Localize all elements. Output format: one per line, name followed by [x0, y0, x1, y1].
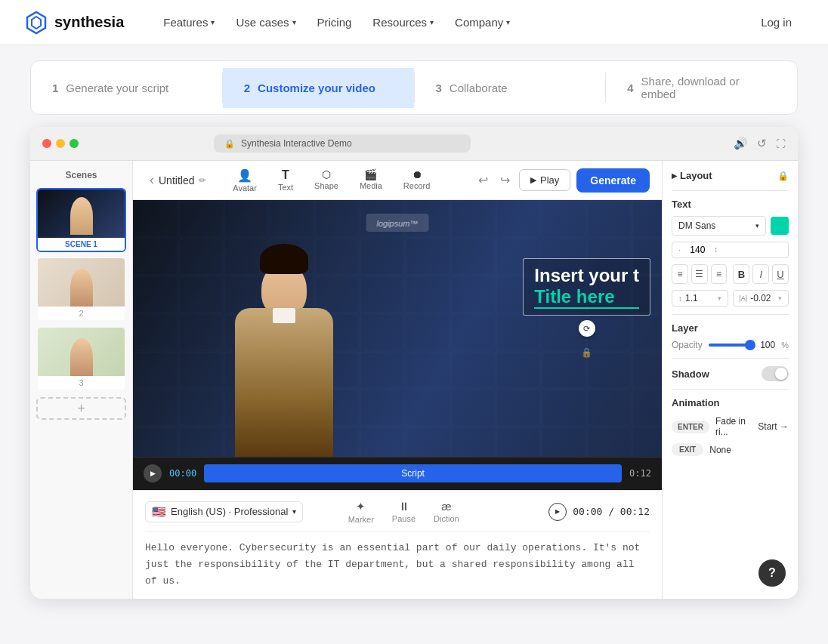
browser-dots — [42, 139, 79, 148]
browser-address-bar[interactable]: 🔒 Synthesia Interactive Demo — [214, 134, 471, 153]
shadow-toggle[interactable] — [762, 366, 789, 381]
italic-btn[interactable]: I — [752, 264, 769, 284]
text-overlay-line1: Insert your t — [534, 265, 639, 286]
scene-1-image — [38, 190, 125, 238]
timeline-start-time: 00:00 — [169, 468, 196, 479]
script-tools-row: ✦ Marker ⏸ Pause æ Diction — [348, 500, 459, 524]
avatar-label: Avatar — [233, 183, 257, 193]
script-play-button[interactable]: ▶ — [548, 503, 567, 521]
script-playback: ▶ 00:00 / 00:12 — [548, 503, 650, 521]
opacity-slider-thumb[interactable] — [745, 340, 755, 350]
letter-spacing-input-wrapper: |A| -0.02 ▾ — [733, 290, 789, 307]
enter-anim-value[interactable]: Fade in ri... — [715, 416, 752, 437]
step-3[interactable]: 3 Collaborate — [415, 68, 606, 108]
reload-icon[interactable]: ↺ — [757, 137, 767, 150]
align-center-btn[interactable]: ☰ — [691, 264, 708, 284]
letter-spacing-chevron: ▾ — [778, 294, 782, 302]
avatar-figure — [193, 200, 375, 457]
timeline-progress-bar[interactable]: Script — [204, 464, 622, 482]
fullscreen-icon[interactable]: ⛶ — [776, 138, 786, 149]
layer-section: Layer Opacity 100 % — [672, 322, 789, 350]
shape-label: Shape — [314, 181, 338, 190]
tool-shape[interactable]: ⬡ Shape — [307, 165, 346, 196]
nav-company[interactable]: Company ▾ — [446, 10, 519, 35]
layout-title: ▶ Layout — [672, 170, 712, 181]
bold-btn[interactable]: B — [733, 264, 749, 284]
step-4[interactable]: 4 Share, download or embed — [606, 61, 797, 114]
line-height-value: 1.1 — [685, 293, 698, 304]
step-3-label: Collaborate — [450, 82, 508, 94]
us-flag-icon: 🇺🇸 — [152, 505, 166, 519]
logo[interactable]: synthesia — [24, 11, 124, 35]
text-overlay[interactable]: Insert your t Title here ⟳ 🔒 — [523, 258, 650, 337]
center-content: ‹ Untitled ✏ 👤 Avatar T Text — [133, 161, 662, 599]
nav-features[interactable]: Features ▾ — [154, 10, 224, 35]
scenes-panel: Scenes SCENE 1 2 — [30, 161, 133, 599]
script-toolbar: 🇺🇸 English (US) · Professional ▾ ✦ Marke… — [145, 500, 650, 532]
align-right-btn[interactable]: ≡ — [711, 264, 728, 284]
font-selector[interactable]: DM Sans ▾ — [672, 216, 766, 236]
edit-title-icon[interactable]: ✏ — [199, 175, 206, 186]
address-text: Synthesia Interactive Demo — [241, 138, 352, 149]
align-left-btn[interactable]: ≡ — [672, 264, 688, 284]
pause-tool[interactable]: ⏸ Pause — [392, 500, 416, 524]
login-label: Log in — [761, 16, 792, 29]
line-height-icon: ↕ — [678, 294, 682, 303]
tool-avatar[interactable]: 👤 Avatar — [225, 165, 264, 196]
tool-record[interactable]: ⏺ Record — [396, 165, 437, 196]
text-lock-icon: 🔒 — [581, 347, 592, 358]
language-selector[interactable]: 🇺🇸 English (US) · Professional ▾ — [145, 501, 303, 522]
back-button[interactable]: ‹ — [145, 169, 159, 191]
scene-thumb-1[interactable]: SCENE 1 — [36, 188, 126, 252]
play-button[interactable]: ▶ Play — [519, 169, 570, 191]
nav-resources[interactable]: Resources ▾ — [363, 10, 443, 35]
step-1[interactable]: 1 Generate your script — [31, 68, 222, 108]
redo-button[interactable]: ↪ — [497, 170, 513, 190]
font-size-input[interactable] — [684, 245, 711, 255]
timeline-play-button[interactable]: ▶ — [144, 464, 162, 482]
nav-features-label: Features — [163, 16, 208, 29]
enter-timing-value[interactable]: Start → — [758, 421, 789, 432]
underline-btn[interactable]: U — [772, 264, 789, 284]
tool-media[interactable]: 🎬 Media — [352, 165, 390, 196]
pause-icon: ⏸ — [398, 500, 409, 513]
opacity-value: 100 — [760, 340, 775, 350]
marker-tool[interactable]: ✦ Marker — [348, 500, 374, 524]
scene-thumb-2[interactable]: 2 — [36, 257, 126, 322]
add-scene-button[interactable]: + — [36, 397, 126, 420]
enter-badge: ENTER — [672, 421, 709, 433]
timeline-end-time: 0:12 — [629, 468, 651, 479]
opacity-slider-track[interactable] — [709, 344, 755, 347]
help-button[interactable]: ? — [758, 559, 786, 587]
nav-login[interactable]: Log in — [749, 10, 804, 35]
nav-company-label: Company — [455, 16, 503, 29]
step-3-num: 3 — [436, 82, 442, 94]
nav-usecases[interactable]: Use cases ▾ — [227, 10, 304, 35]
opacity-percent: % — [781, 340, 789, 350]
font-size-up-icon[interactable]: ↕ — [714, 246, 718, 254]
script-text[interactable]: Hello everyone. Cybersecurity is an esse… — [145, 532, 650, 590]
color-swatch[interactable] — [771, 217, 789, 235]
diction-tool[interactable]: æ Diction — [434, 500, 459, 524]
layout-header[interactable]: ▶ Layout 🔒 — [672, 170, 789, 181]
logo-badge: logipsum™ — [366, 214, 428, 232]
nav-usecases-label: Use cases — [236, 16, 289, 29]
scene-thumb-3[interactable]: 3 — [36, 326, 126, 391]
demo-area: 🔒 Synthesia Interactive Demo 🔊 ↺ ⛶ Scene… — [0, 127, 828, 623]
toolbar-actions: ↩ ↪ ▶ Play Generate — [475, 168, 650, 193]
features-chevron-icon: ▾ — [211, 18, 215, 26]
rotate-handle[interactable]: ⟳ — [579, 320, 595, 337]
step-2[interactable]: 2 Customize your video — [223, 68, 414, 108]
undo-button[interactable]: ↩ — [475, 170, 491, 190]
generate-button[interactable]: Generate — [576, 168, 650, 193]
scene-2-label: 2 — [38, 307, 125, 320]
volume-icon[interactable]: 🔊 — [734, 137, 748, 150]
font-row: DM Sans ▾ — [672, 216, 789, 236]
logo-text: synthesia — [54, 14, 124, 31]
tool-text[interactable]: T Text — [270, 165, 301, 196]
record-icon: ⏺ — [412, 168, 422, 180]
browser-dot-green — [70, 139, 79, 148]
scene-3-image — [38, 328, 125, 376]
exit-anim-value[interactable]: None — [709, 445, 789, 455]
nav-pricing[interactable]: Pricing — [308, 10, 361, 35]
